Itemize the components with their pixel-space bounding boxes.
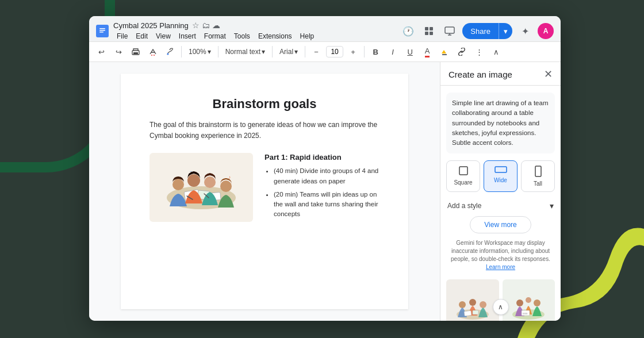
folder-icon[interactable]: 🗂 — [202, 21, 210, 30]
scroll-up-area: ∧ — [440, 297, 561, 317]
monitor-button[interactable] — [442, 23, 458, 39]
sep4 — [305, 46, 305, 57]
toolbar-print[interactable] — [128, 44, 143, 59]
document-two-col: ♪ ~ Part 1: Rapid ideation (40 min) Divi… — [150, 153, 379, 222]
svg-rect-3 — [99, 32, 103, 33]
svg-rect-8 — [445, 27, 454, 33]
history-button[interactable]: 🕐 — [400, 23, 416, 39]
style-label: Add a style — [447, 202, 481, 210]
user-avatar[interactable]: A — [538, 23, 554, 39]
menu-help[interactable]: Help — [297, 31, 318, 41]
highlight-button[interactable] — [437, 44, 452, 59]
document-right-col: Part 1: Rapid ideation (40 min) Divide i… — [264, 153, 379, 222]
link-button[interactable] — [454, 44, 469, 59]
gemini-button[interactable]: ✦ — [517, 23, 533, 39]
scroll-up-icon: ∧ — [498, 303, 503, 311]
titlebar: Cymbal 2025 Planning ☆ 🗂 ☁ File Edit Vie… — [89, 16, 561, 42]
zoom-arrow: ▾ — [208, 48, 211, 56]
svg-rect-1 — [99, 28, 105, 29]
svg-rect-31 — [495, 167, 507, 172]
toolbar-undo[interactable]: ↩ — [94, 44, 109, 59]
section-title: Part 1: Rapid ideation — [264, 153, 379, 162]
panel-header: Create an image ✕ — [440, 62, 561, 86]
menu-edit[interactable]: Edit — [132, 31, 151, 41]
grid-button[interactable] — [421, 23, 437, 39]
font-arrow: ▾ — [294, 48, 298, 56]
svg-rect-6 — [425, 32, 428, 35]
learn-more-link[interactable]: Learn more — [486, 264, 515, 270]
underline-button[interactable]: U — [402, 44, 417, 59]
svg-point-23 — [187, 174, 200, 187]
document-area[interactable]: Brainstorm goals The goal of this brains… — [89, 62, 440, 321]
svg-rect-0 — [98, 26, 106, 36]
menu-format[interactable]: Format — [201, 31, 229, 41]
menu-bar: File Edit View Insert Format Tools Exten… — [113, 31, 317, 41]
toolbar-spellcheck[interactable] — [145, 44, 160, 59]
svg-point-24 — [204, 176, 216, 188]
svg-point-22 — [172, 179, 184, 190]
share-arrow: ▾ — [499, 24, 512, 39]
panel-title: Create an image — [448, 70, 512, 79]
svg-rect-4 — [425, 27, 428, 30]
content-area: Brainstorm goals The goal of this brains… — [89, 62, 561, 321]
titlebar-right: 🕐 Share ▾ ✦ — [400, 23, 554, 39]
toolbar-expand[interactable]: ∧ — [489, 44, 504, 59]
document-heading: Brainstorm goals — [150, 97, 379, 112]
svg-rect-7 — [430, 32, 433, 35]
svg-rect-12 — [133, 52, 138, 54]
svg-point-15 — [154, 55, 155, 56]
zoom-dropdown[interactable]: 100% ▾ — [185, 47, 214, 57]
font-dropdown[interactable]: Arial ▾ — [276, 47, 301, 57]
sep3 — [272, 46, 273, 57]
text-style-dropdown[interactable]: Normal text ▾ — [222, 47, 269, 57]
svg-rect-32 — [535, 166, 541, 176]
font-size-increase[interactable]: + — [346, 44, 361, 59]
menu-extensions[interactable]: Extensions — [255, 31, 296, 41]
close-panel-button[interactable]: ✕ — [544, 69, 553, 79]
style-arrow: ▾ — [550, 201, 554, 210]
scroll-up-button[interactable]: ∧ — [493, 299, 509, 315]
svg-point-25 — [220, 180, 232, 192]
shape-square[interactable]: Square — [446, 160, 480, 192]
svg-text:~: ~ — [190, 170, 192, 174]
formatting-toolbar: ↩ ↪ 100% ▾ — [89, 42, 561, 62]
shape-options: Square Wide Tall — [440, 160, 561, 192]
menu-view[interactable]: View — [152, 31, 174, 41]
document-body: The goal of this brainstorm is to genera… — [150, 120, 379, 141]
font-size-decrease[interactable]: − — [309, 44, 324, 59]
svg-rect-2 — [99, 30, 105, 31]
sep2 — [218, 46, 218, 57]
text-color-button[interactable]: A — [420, 44, 435, 59]
svg-rect-17 — [442, 54, 447, 55]
square-shape-icon — [458, 166, 469, 177]
svg-rect-30 — [459, 167, 467, 175]
toolbar-redo[interactable]: ↪ — [111, 44, 126, 59]
doc-title-icons: ☆ 🗂 ☁ — [192, 21, 220, 30]
sep5 — [364, 46, 365, 57]
menu-tools[interactable]: Tools — [231, 31, 254, 41]
font-size-value[interactable]: 10 — [326, 46, 343, 57]
shape-wide[interactable]: Wide — [484, 160, 518, 192]
svg-point-16 — [167, 53, 169, 55]
prompt-text: Simple line art drawing of a team collab… — [446, 93, 555, 153]
view-more-button[interactable]: View more — [470, 216, 531, 233]
cloud-icon[interactable]: ☁ — [212, 21, 220, 30]
italic-button[interactable]: I — [385, 44, 400, 59]
doc-icon — [96, 25, 109, 37]
title-section: Cymbal 2025 Planning ☆ 🗂 ☁ File Edit Vie… — [113, 21, 317, 41]
titlebar-left: Cymbal 2025 Planning ☆ 🗂 ☁ File Edit Vie… — [96, 21, 400, 41]
star-icon[interactable]: ☆ — [192, 21, 200, 30]
shape-tall[interactable]: Tall — [521, 160, 555, 192]
document-list: (40 min) Divide into groups of 4 and gen… — [264, 166, 379, 219]
bold-button[interactable]: B — [368, 44, 383, 59]
list-item: (20 min) Teams will pin ideas up on the … — [274, 190, 379, 220]
menu-file[interactable]: File — [113, 31, 131, 41]
share-button[interactable]: Share ▾ — [462, 23, 512, 39]
toolbar-paint[interactable] — [163, 44, 178, 59]
tall-shape-icon — [535, 166, 542, 178]
style-dropdown[interactable]: Add a style ▾ — [440, 198, 561, 216]
menu-insert[interactable]: Insert — [175, 31, 200, 41]
doc-title: Cymbal 2025 Planning ☆ 🗂 ☁ — [113, 21, 317, 30]
more-options-button[interactable]: ⋮ — [471, 44, 486, 59]
share-button-label: Share — [462, 24, 499, 39]
